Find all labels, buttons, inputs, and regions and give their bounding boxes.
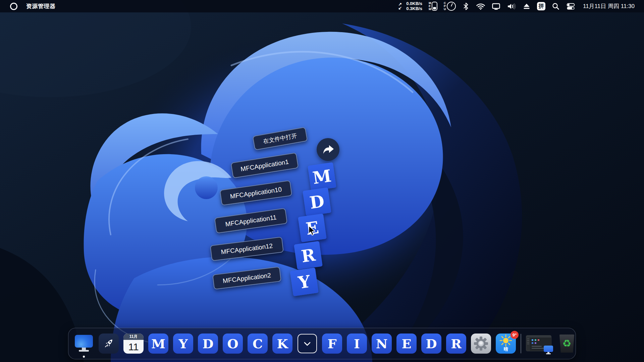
dock-item-weather[interactable]: 晴 9° [496,334,516,354]
recycle-bin-icon: ♻ [559,335,575,353]
download-speed: 0.3KB/s [406,6,422,11]
running-indicator-dot [83,356,85,358]
calendar-day: 11 [123,340,144,354]
mouse-cursor [308,225,316,236]
dock-item-launchpad[interactable] [99,334,119,354]
cpu-gauge-icon [447,2,456,11]
upload-speed: 0.0KB/s [406,1,422,6]
dock-item-letter-m[interactable]: M [148,334,168,354]
letter-app-icon: D [421,334,441,354]
dock-item-letter-r[interactable]: R [446,334,466,354]
mem-label: MEM [429,2,430,11]
dock-item-window-preview[interactable] [526,334,552,354]
letter-app-icon: M [148,334,168,354]
rocket-icon [99,334,119,354]
open-in-files-tooltip: 在文件中打开 [252,127,308,150]
computer-icon [74,334,94,354]
dock-item-letter-y[interactable]: Y [173,334,193,354]
download-arrow-icon: ↙ [398,6,402,10]
wifi-icon[interactable] [476,2,485,10]
volume-icon[interactable] [507,2,516,10]
dock-item-letter-k[interactable]: K [272,334,292,354]
dock: 11月 11 M Y D O C K F I N E D [68,328,576,359]
dock-item-letter-d[interactable]: D [198,334,218,354]
display-icon[interactable] [492,2,500,10]
letter-app-icon: N [372,334,392,354]
input-method-icon[interactable]: 拼 [537,2,545,10]
dock-item-recycle-bin[interactable]: ♻ [557,334,577,354]
menu-bar: 资源管理器 ↗ ↙ 0.0KB/s 0.3KB/s MEM CPU [0,0,644,12]
letter-app-icon: R [446,334,466,354]
letter-app-icon: E [396,334,417,354]
memory-monitor[interactable]: MEM [429,2,437,11]
memory-gauge-icon [432,2,437,11]
chevron-down-icon [298,334,317,353]
gear-icon [471,334,491,354]
preview-app-icon [543,346,553,355]
dock-item-letter-n[interactable]: N [372,334,392,354]
dock-item-letter-i[interactable]: I [347,334,367,354]
dock-stack-fan: 在文件中打开 MFCApplication1 MFCApplication10 … [0,0,644,362]
weather-temp-badge: 9° [511,331,519,339]
stack-app-icon[interactable]: Y [290,267,319,296]
share-arrow-icon [321,144,335,155]
stack-app-icon[interactable]: R [294,241,323,270]
letter-app-icon: D [198,334,218,354]
weather-condition: 晴 [504,346,508,352]
letter-app-icon: O [223,334,243,354]
open-in-files-button[interactable] [317,138,339,161]
letter-app-icon: F [322,334,342,354]
eject-icon[interactable] [523,2,531,10]
letter-app-icon: I [347,334,367,354]
stack-app-icon[interactable]: M [308,162,336,191]
dock-item-computer[interactable] [74,334,94,354]
calendar-month: 11月 [123,334,144,340]
dock-item-settings[interactable] [471,334,491,354]
letter-app-icon: Y [173,334,193,354]
calendar-icon: 11月 11 [123,334,144,354]
dock-separator [521,334,521,353]
letter-app-icon: C [248,334,268,354]
stack-item-label: MFCApplication12 [210,237,284,261]
system-menu-icon[interactable] [10,3,17,10]
network-speeds[interactable]: 0.0KB/s 0.3KB/s [406,1,422,11]
active-app-title[interactable]: 资源管理器 [26,2,56,10]
search-icon[interactable] [552,2,560,10]
control-center-icon[interactable] [566,2,575,10]
stack-item-label: MFCApplication2 [212,266,281,290]
network-traffic-icon[interactable]: ↗ ↙ [398,3,402,10]
cpu-label: CPU [444,2,445,11]
dock-item-letter-c[interactable]: C [248,334,268,354]
stack-app-icon[interactable]: D [303,187,331,216]
clock-datetime[interactable]: 11月11日 周四 11:30 [583,2,635,10]
dock-item-letter-d2[interactable]: D [421,334,441,354]
dock-item-letter-o[interactable]: O [223,334,243,354]
recycle-symbol: ♻ [562,339,572,349]
weather-icon: 晴 9° [496,334,516,354]
stack-item-label: MFCApplication1 [231,153,299,178]
letter-app-icon: K [272,334,292,354]
dock-item-letter-f[interactable]: F [322,334,342,354]
stack-item-label: MFCApplication11 [214,208,287,233]
dock-item-letter-e[interactable]: E [396,334,417,354]
cpu-monitor[interactable]: CPU [444,2,456,11]
stack-item-label: MFCApplication10 [220,180,292,205]
bluetooth-icon[interactable] [462,2,470,10]
dock-item-calendar[interactable]: 11月 11 [123,334,144,354]
dock-item-expand-stack[interactable] [297,334,317,354]
